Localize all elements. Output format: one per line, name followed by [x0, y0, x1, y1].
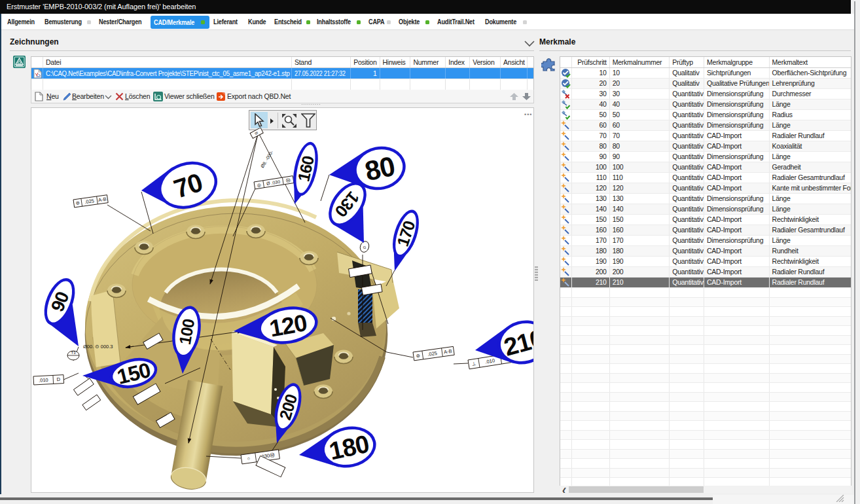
svg-text:◎: ◎	[257, 183, 261, 188]
svg-text:Ø00. ⊙ 000.3: Ø00. ⊙ 000.3	[83, 344, 113, 350]
svg-text:.010: .010	[39, 377, 48, 384]
svg-text:⊥: ⊥	[471, 361, 476, 367]
svg-text:T3: T3	[71, 351, 76, 355]
svg-text:D: D	[56, 376, 60, 382]
svg-text:⊚: ⊚	[416, 353, 420, 359]
svg-text:80: 80	[362, 151, 397, 187]
svg-text:Ⓜ: Ⓜ	[285, 177, 291, 183]
svg-text:⊚: ⊚	[75, 200, 80, 206]
svg-text:G: G	[363, 245, 367, 249]
svg-text:A-B: A-B	[98, 196, 107, 204]
svg-text:A-B: A-B	[444, 348, 453, 355]
